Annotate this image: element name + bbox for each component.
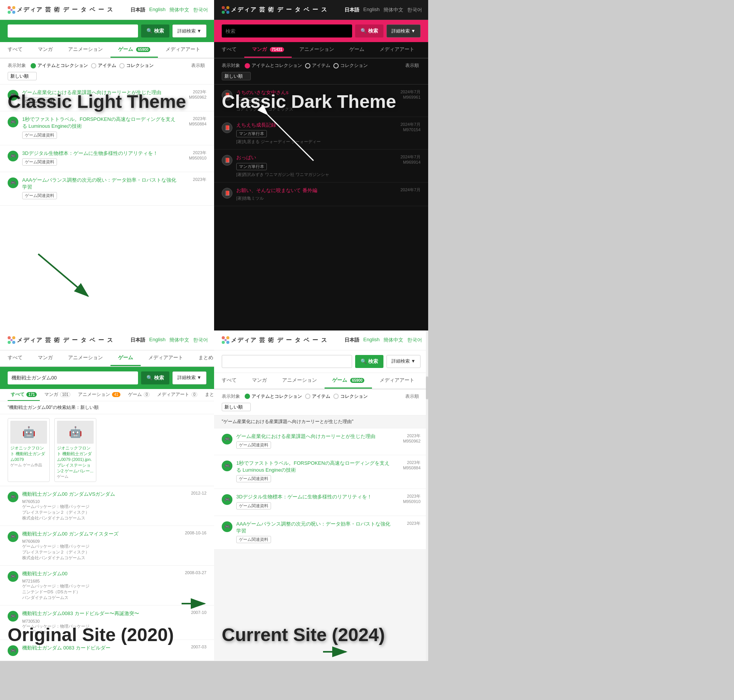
result-title-br-0[interactable]: ゲーム産業化における産業課題へ向けカーリーとが生じた理由 (236, 433, 394, 440)
tab-media-bl[interactable]: メディアアート (141, 350, 191, 366)
result-title-tl-2[interactable]: 3Dデジタル生物標本：ゲームに生物多様性のリアリティを！ (22, 150, 180, 157)
svg-point-1 (12, 6, 15, 9)
filter-all-tr[interactable]: アイテムとコレクション (245, 62, 302, 69)
tab-all-tl[interactable]: すべて (0, 42, 30, 58)
lang-ja-tl[interactable]: 日本語 (130, 7, 145, 13)
search-input-br[interactable] (222, 355, 352, 368)
result-title-tl-1[interactable]: 1秒でファストトラベル。FORSPOKENの高速なローディングを支える Lumi… (22, 116, 180, 130)
sub-tab-game-bl[interactable]: ゲーム 0 (125, 389, 153, 401)
result-title-bl-3[interactable]: 機動戦士ガンダム0083 カードビルダー〜再誕激突〜 (22, 610, 180, 617)
result-title-bl-4[interactable]: 機動戦士ガンダム 0083 カードビルダー (22, 645, 180, 651)
lang-zh-tr[interactable]: 簡体中文 (383, 7, 403, 13)
tab-manga-bl[interactable]: マンガ (30, 350, 60, 366)
filter-item-tr[interactable]: アイテム (305, 62, 330, 69)
tab-game-br[interactable]: ゲーム 65900 (325, 373, 372, 389)
result-title-bl-1[interactable]: 機動戦士ガンダム00 ガンダムマイスターズ (22, 531, 180, 537)
sub-tab-anime-badge-bl: 41 (112, 392, 120, 397)
result-meta-bl-3: M730530ゲームパッケージ：物理パッケージハンブレスト (22, 619, 180, 635)
tab-manga-tl[interactable]: マンガ (30, 42, 60, 58)
result-title-bl-0[interactable]: 機動戦士ガンダム00 ガンダムVSガンダム (22, 491, 180, 498)
sub-tab-media-bl[interactable]: メディアアート 0 (154, 389, 200, 401)
sub-tab-all-bl[interactable]: すべて 171 (8, 389, 40, 401)
tab-anime-bl[interactable]: アニメーション (60, 350, 110, 366)
tab-bar-br: すべて マンガ アニメーション ゲーム 65900 メディアアート (214, 373, 428, 389)
filter-all-br[interactable]: アイテムとコレクション (245, 393, 302, 400)
card-meta-bl-0: ゲーム ゲーム作品 (10, 462, 47, 468)
tab-manga-br[interactable]: マンガ (244, 373, 274, 389)
lang-ko-tr[interactable]: 한국어 (407, 7, 422, 13)
card-title-bl-1[interactable]: ジオニックフロント 機動戦士ガンダム0079 (2001).jpn. プレイステ… (57, 445, 94, 474)
card-title-bl-0[interactable]: ジオニックフロント 機動戦士ガンダム0079 (10, 445, 47, 462)
tab-anime-br[interactable]: アニメーション (274, 373, 325, 389)
lang-ko-br[interactable]: 한국어 (407, 337, 422, 343)
search-button-br[interactable]: 🔍 検索 (355, 355, 383, 368)
sub-tab-anime-bl[interactable]: アニメーション 41 (75, 389, 123, 401)
lang-en-tr[interactable]: English (363, 7, 380, 13)
tab-anime-tl[interactable]: アニメーション (60, 42, 110, 58)
lang-en-tl[interactable]: English (149, 7, 166, 13)
search-input-tr[interactable] (222, 24, 352, 37)
result-title-br-3[interactable]: AAAゲームバランス調整の次元の呪い：データ効率・ロバストな強化学習 (236, 521, 394, 534)
result-title-tr-1[interactable]: えちえち成長記録 (236, 122, 394, 129)
tab-game-tl[interactable]: ゲーム 65900 (110, 42, 158, 58)
tab-manga-tr[interactable]: マンガ 71431 (244, 42, 292, 58)
tab-game-bl[interactable]: ゲーム (110, 350, 141, 366)
tab-media-br[interactable]: メディアアート (372, 373, 422, 389)
advanced-search-button-bl[interactable]: 詳細検索 ▼ (172, 371, 206, 384)
search-input-bl[interactable] (8, 371, 138, 384)
result-meta-tr-1: [著]丸居まる ジーォーディー ジーォーディー (236, 139, 394, 145)
result-title-tr-2[interactable]: おっぱい (236, 154, 394, 161)
search-input-tl[interactable] (8, 24, 138, 37)
result-title-tl-3[interactable]: AAAゲームバランス調整の次元の呪い：データ効率・ロバストな強化学習 (22, 177, 180, 190)
result-title-bl-2[interactable]: 機動戦士ガンダム00 (22, 570, 180, 577)
result-title-br-2[interactable]: 3Dデジタル生物標本：ゲームに生物多様性のリアリティを！ (236, 493, 394, 500)
search-button-bl[interactable]: 🔍 検索 (141, 371, 169, 384)
tab-all-bl[interactable]: すべて (0, 350, 30, 366)
lang-ja-br[interactable]: 日本語 (344, 337, 359, 343)
result-item-tl-3: 🎮 AAAゲームバランス調整の次元の呪い：データ効率・ロバストな強化学習 ゲーム… (0, 172, 214, 206)
sort-select-br[interactable]: 新しい順 (222, 403, 251, 411)
lang-ko-tl[interactable]: 한국어 (193, 7, 208, 13)
lang-en-bl[interactable]: English (149, 337, 166, 343)
lang-en-br[interactable]: English (363, 337, 380, 343)
filter-item-br[interactable]: アイテム (305, 393, 330, 400)
result-title-tl-0[interactable]: ゲーム産業化における産業課題へ向けカーリーとが生じた理由 (22, 89, 180, 96)
radio-dot-collection-tl (119, 63, 125, 68)
tab-media-tl[interactable]: メディアアート (158, 42, 208, 58)
tab-game-tr[interactable]: ゲーム (342, 42, 372, 58)
filter-all-tl[interactable]: アイテムとコレクション (31, 62, 88, 69)
lang-ko-bl[interactable]: 한국어 (193, 337, 208, 343)
tab-all-tr[interactable]: すべて (214, 42, 244, 58)
advanced-search-button-br[interactable]: 詳細検索 ▼ (386, 355, 421, 368)
lang-ja-bl[interactable]: 日本語 (130, 337, 145, 343)
card-grid-bl: 🤖 ジオニックフロント 機動戦士ガンダム0079 ゲーム ゲーム作品 🤖 ジオニ… (0, 414, 214, 486)
search-button-tr[interactable]: 🔍 検索 (355, 24, 383, 37)
result-title-br-1[interactable]: 1秒でファストトラベル。FORSPOKENの高速なローディングを支える Lumi… (236, 460, 394, 474)
svg-point-13 (12, 336, 15, 339)
result-tag-tr-0: マンガ単行本 (236, 98, 267, 105)
tab-anime-tr[interactable]: アニメーション (292, 42, 342, 58)
sub-tab-matome-bl[interactable]: まとめ 36 (202, 389, 214, 401)
tab-media-tr[interactable]: メディアアート (372, 42, 422, 58)
result-title-tr-3[interactable]: お願い、そんなに咬まないて 番外編 (236, 187, 394, 194)
lang-zh-br[interactable]: 簡体中文 (383, 337, 403, 343)
tab-all-br[interactable]: すべて (214, 373, 244, 389)
result-title-tr-0[interactable]: うちのいさな女中さんs (236, 89, 394, 96)
filter-collection-tr[interactable]: コレクション (333, 62, 368, 69)
filter-item-tl[interactable]: アイテム (91, 62, 116, 69)
lang-ja-tr[interactable]: 日本語 (344, 7, 359, 13)
advanced-search-button-tl[interactable]: 詳細検索 ▼ (172, 24, 206, 37)
advanced-search-button-tr[interactable]: 詳細検索 ▼ (386, 24, 421, 37)
search-button-tl[interactable]: 🔍 検索 (141, 24, 169, 37)
scrollbar-br[interactable] (426, 330, 428, 661)
lang-zh-bl[interactable]: 簡体中文 (169, 337, 189, 343)
site-title-tl: メディア 芸 術 デ ー タ ベ ー ス (17, 6, 130, 13)
filter-collection-br[interactable]: コレクション (333, 393, 368, 400)
filter-collection-tl[interactable]: コレクション (119, 62, 154, 69)
sub-tab-manga-bl[interactable]: マンガ 101 (41, 389, 73, 401)
sort-select-tr[interactable]: 新しい順 (222, 72, 251, 80)
tab-matome-bl[interactable]: まとめ (191, 350, 214, 366)
svg-point-15 (12, 341, 15, 344)
lang-zh-tl[interactable]: 簡体中文 (169, 7, 189, 13)
sort-select-tl[interactable]: 新しい順 (8, 72, 37, 80)
